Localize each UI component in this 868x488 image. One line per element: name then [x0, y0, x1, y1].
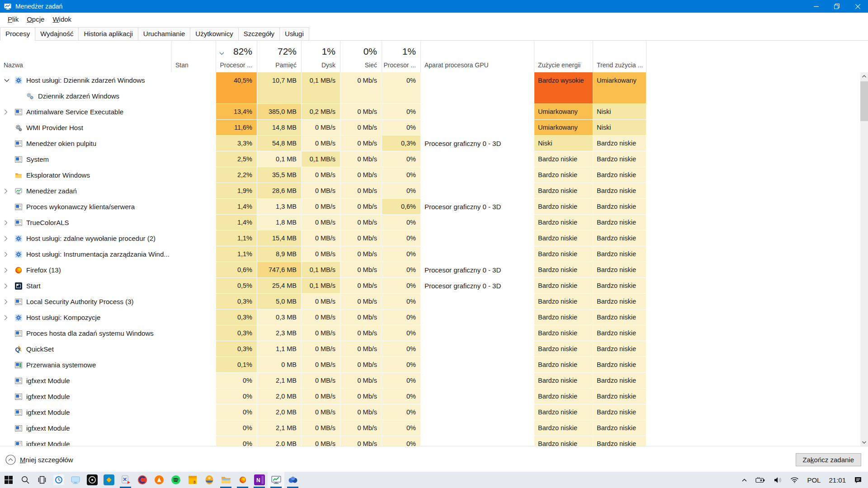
remote-desktop-app[interactable] — [67, 472, 84, 488]
tab-details[interactable]: Szczegóły — [238, 27, 280, 41]
collapse-chevron-icon[interactable] — [4, 79, 12, 82]
process-row[interactable]: Firefox (13)0,6%747,6 MB0,1 MB/s0 Mb/s0%… — [0, 262, 868, 278]
memory-cell: 747,6 MB — [257, 262, 302, 278]
expand-chevron-icon[interactable] — [4, 220, 12, 225]
process-row[interactable]: Proces hosta dla zadań systemu Windows0,… — [0, 325, 868, 341]
menu-file[interactable]: Plik — [4, 14, 23, 24]
expand-chevron-icon[interactable] — [4, 236, 12, 241]
tab-performance[interactable]: Wydajność — [35, 27, 79, 41]
restore-button[interactable] — [826, 0, 847, 13]
network-cell: 0 Mb/s — [340, 151, 382, 167]
process-row[interactable]: System2,5%0,1 MB0,1 MB/s0 Mb/s0%Bardzo n… — [0, 151, 868, 167]
column-header-status[interactable]: Stan — [172, 41, 216, 72]
language-indicator[interactable]: POL — [804, 472, 824, 488]
expand-chevron-icon[interactable] — [4, 283, 12, 289]
vertical-scrollbar[interactable] — [860, 72, 868, 446]
minimize-button[interactable] — [806, 0, 826, 13]
column-header-gpu[interactable]: 1%Procesor ... — [382, 41, 421, 72]
process-row[interactable]: Menedżer zadań1,9%28,6 MB0 MB/s0 Mb/s0%B… — [0, 183, 868, 199]
process-row[interactable]: Eksplorator Windows2,2%35,5 MB0 MB/s0 Mb… — [0, 167, 868, 183]
onenote[interactable]: N — [251, 472, 268, 488]
volume-icon[interactable] — [770, 472, 785, 488]
tray-chevron-up-icon[interactable] — [738, 472, 750, 488]
expand-chevron-icon[interactable] — [4, 109, 12, 115]
process-row[interactable]: Host usługi: zdalne wywołanie procedur (… — [0, 230, 868, 246]
memory-cell: 1,1 MB — [257, 341, 302, 357]
process-row[interactable]: Host usługi: Kompozycje0,3%0,3 MB0 MB/s0… — [0, 310, 868, 325]
process-row[interactable]: Menedżer okien pulpitu3,3%54,8 MB0 MB/s0… — [0, 136, 868, 151]
process-row[interactable]: TrueColorALS1,4%1,8 MB0 MB/s0 Mb/s0%Bard… — [0, 215, 868, 230]
process-row[interactable]: Przerwania systemowe0,1%0 MB0 MB/s0 Mb/s… — [0, 357, 868, 373]
teal-diamond-app[interactable] — [100, 472, 117, 488]
clock[interactable]: 21:01 — [826, 472, 849, 488]
process-row[interactable]: Proces wykonawczy klienta/serwera1,4%1,3… — [0, 199, 868, 215]
sticky-notes-app[interactable]: 3 — [184, 472, 201, 488]
search-button[interactable] — [17, 472, 33, 488]
blue-app[interactable] — [284, 472, 301, 488]
process-row[interactable]: igfxext Module0%2,0 MB0 MB/s0 Mb/s0%Bard… — [0, 389, 868, 404]
column-header-memory[interactable]: 72%Pamięć — [257, 41, 302, 72]
egg-app[interactable] — [201, 472, 217, 488]
sort-descending-icon — [219, 49, 224, 57]
footer-bar: Mniej szczegółów Zakończ zadanie — [0, 446, 868, 473]
close-button[interactable] — [847, 0, 868, 13]
expand-chevron-icon[interactable] — [4, 299, 12, 305]
app-icon — [15, 409, 22, 416]
scroll-up-arrow[interactable] — [860, 72, 868, 80]
avast-app[interactable] — [151, 472, 167, 488]
process-row[interactable]: igfxext Module0%2,1 MB0 MB/s0 Mb/s0%Bard… — [0, 373, 868, 389]
process-row[interactable]: igfxext Module0%2,0 MB0 MB/s0 Mb/s0%Bard… — [0, 436, 868, 446]
spotify-app[interactable] — [167, 472, 184, 488]
scrollbar-thumb[interactable] — [860, 81, 868, 121]
process-row[interactable]: Host usługi: Instrumentacja zarządzania … — [0, 246, 868, 262]
process-row[interactable]: Start0,5%25,4 MB0,1 MB/s0 Mb/s0%Procesor… — [0, 278, 868, 294]
expand-chevron-icon[interactable] — [4, 267, 12, 273]
column-header-power_trend[interactable]: Trend zużycia ... — [593, 41, 646, 72]
scroll-down-arrow[interactable] — [860, 438, 868, 446]
process-row[interactable]: Local Security Authority Process (3)0,3%… — [0, 294, 868, 310]
tab-processes[interactable]: Procesy — [0, 27, 35, 41]
tab-app-history[interactable]: Historia aplikacji — [78, 27, 138, 41]
column-header-gpu_engine[interactable]: Aparat procesora GPU — [421, 41, 534, 72]
process-row[interactable]: WMI Provider Host11,6%14,8 MB0 MB/s0 Mb/… — [0, 120, 868, 136]
alarms-clock-app[interactable] — [50, 472, 67, 488]
process-row[interactable]: QQuickSet0,3%1,1 MB0 MB/s0 Mb/s0%Bardzo … — [0, 341, 868, 357]
process-row[interactable]: igfxext Module0%2,0 MB0 MB/s0 Mb/s0%Bard… — [0, 404, 868, 420]
process-row[interactable]: Dziennik zdarzeń Windows — [0, 88, 868, 104]
expand-chevron-icon[interactable] — [4, 315, 12, 320]
task-view-button[interactable] — [33, 472, 50, 488]
column-header-disk[interactable]: 1%Dysk — [302, 41, 340, 72]
column-header-power[interactable]: Zużycie energii — [534, 41, 593, 72]
menu-view[interactable]: Widok — [48, 14, 75, 24]
expand-chevron-icon[interactable] — [4, 252, 12, 257]
column-header-cpu[interactable]: 82%Procesor ... — [216, 41, 257, 72]
menu-options[interactable]: Opcje — [23, 14, 48, 24]
task-manager[interactable] — [268, 472, 284, 488]
process-row[interactable]: igfxext Module0%2,1 MB0 MB/s0 Mb/s0%Bard… — [0, 420, 868, 436]
tab-users[interactable]: Użytkownicy — [190, 27, 238, 41]
end-task-button[interactable]: Zakończ zadanie — [796, 453, 861, 466]
process-name-cell: Menedżer okien pulpitu — [0, 136, 172, 151]
process-row[interactable]: Host usługi: Dziennik zdarzeń Windows40,… — [0, 72, 868, 88]
battery-icon[interactable] — [752, 472, 769, 488]
action-center-icon[interactable] — [851, 472, 865, 488]
column-header-name[interactable]: Nazwa — [0, 41, 172, 72]
fewer-details-button[interactable]: Mniej szczegółów — [5, 455, 73, 465]
ccleaner-app[interactable] — [134, 472, 151, 488]
uninstaller-app[interactable] — [117, 472, 134, 488]
expand-chevron-icon[interactable] — [4, 188, 12, 194]
start-button[interactable] — [0, 472, 17, 488]
end-task-label-rest: ończ zadanie — [814, 456, 854, 464]
firefox-icon — [239, 476, 246, 483]
watch-face-app[interactable] — [84, 472, 100, 488]
firefox[interactable] — [234, 472, 251, 488]
column-header-network[interactable]: 0%Sieć — [340, 41, 382, 72]
power-trend-cell: Umiarkowany — [593, 72, 646, 88]
file-explorer[interactable] — [217, 472, 234, 488]
tab-startup[interactable]: Uruchamianie — [138, 27, 191, 41]
tab-services[interactable]: Usługi — [279, 27, 309, 41]
gpu-cell: 0% — [382, 215, 421, 230]
wifi-icon[interactable] — [787, 472, 802, 488]
network-cell: 0 Mb/s — [340, 420, 382, 436]
process-row[interactable]: Antimalware Service Executable13,4%385,0… — [0, 104, 868, 120]
